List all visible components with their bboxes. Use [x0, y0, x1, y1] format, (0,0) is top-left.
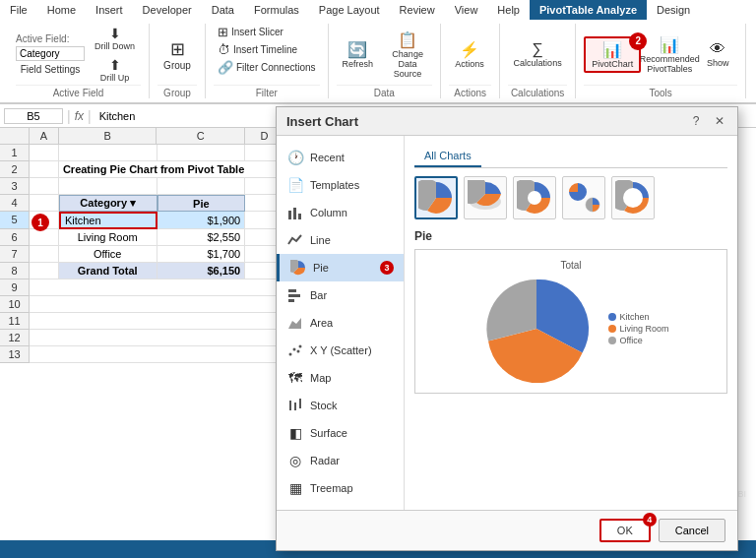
insert-slicer-button[interactable]: ⊞ Insert Slicer: [214, 24, 287, 40]
chart-type-templates[interactable]: 📄 Templates: [277, 171, 404, 199]
cell-b1[interactable]: [59, 145, 158, 161]
row-header-4[interactable]: 4: [0, 195, 30, 212]
tab-page-layout[interactable]: Page Layout: [309, 0, 390, 20]
active-field-input[interactable]: [16, 46, 85, 61]
ok-button[interactable]: OK 4: [599, 519, 651, 542]
cell-a2[interactable]: [30, 161, 59, 178]
chart-type-stock[interactable]: Stock: [277, 392, 404, 419]
tab-insert[interactable]: Insert: [86, 0, 133, 20]
chart-type-map[interactable]: 🗺 Map: [277, 364, 404, 392]
chart-type-area[interactable]: Area: [277, 309, 404, 337]
cell-11[interactable]: [30, 313, 284, 330]
cell-a6[interactable]: [30, 229, 59, 246]
field-settings-button[interactable]: Field Settings: [16, 63, 85, 76]
col-header-a[interactable]: A: [30, 128, 59, 145]
row-header-11[interactable]: 11: [0, 313, 30, 330]
cell-10[interactable]: [30, 296, 284, 313]
row-header-9[interactable]: 9: [0, 279, 30, 296]
pivotchart-button[interactable]: 📊 PivotChart 2: [584, 36, 641, 73]
change-data-source-button[interactable]: 📋 Change Data Source: [383, 29, 432, 81]
cell-c8-total[interactable]: $6,150: [158, 263, 246, 279]
chart-subtype-doughnut[interactable]: [513, 176, 556, 219]
tab-data[interactable]: Data: [202, 0, 244, 20]
row-header-8[interactable]: 8: [0, 263, 30, 279]
cell-c4-sumofsales[interactable]: Pie: [158, 195, 246, 212]
cancel-button[interactable]: Cancel: [659, 519, 725, 542]
chart-subtype-large-doughnut[interactable]: [611, 176, 655, 219]
pie-chart-svg: [472, 275, 600, 383]
row-header-3[interactable]: 3: [0, 178, 30, 195]
cell-b2-title[interactable]: Creating Pie Chart from Pivot Table: [59, 161, 284, 178]
row-header-13[interactable]: 13: [0, 346, 30, 363]
drill-up-button[interactable]: ⬆ Drill Up: [94, 55, 136, 85]
col-header-b[interactable]: B: [59, 128, 158, 145]
col-header-c[interactable]: C: [157, 128, 245, 145]
all-charts-tab[interactable]: All Charts: [414, 146, 727, 168]
cell-a8[interactable]: [30, 263, 59, 279]
cell-c3[interactable]: [158, 178, 246, 195]
row-header-12[interactable]: 12: [0, 330, 30, 346]
chart-type-recent[interactable]: 🕐 Recent: [277, 144, 404, 171]
svg-point-7: [289, 353, 292, 356]
row-header-2[interactable]: 2: [0, 161, 30, 178]
calculations-button[interactable]: ∑ Calculations: [508, 38, 567, 70]
dialog-help-button[interactable]: ?: [688, 113, 704, 129]
cell-12[interactable]: [30, 330, 284, 346]
filter-connections-button[interactable]: 🔗 Filter Connections: [214, 59, 320, 76]
drill-down-button[interactable]: ⬇ Drill Down: [89, 24, 141, 53]
cell-a7[interactable]: [30, 246, 59, 263]
tab-developer[interactable]: Developer: [133, 0, 202, 20]
tab-pivottable-analyze[interactable]: PivotTable Analyze: [530, 0, 647, 20]
cell-9[interactable]: [30, 279, 284, 296]
cell-b3[interactable]: [59, 178, 158, 195]
row-header-10[interactable]: 10: [0, 296, 30, 313]
cell-a4[interactable]: [30, 195, 59, 212]
chart-subtype-3d-pie[interactable]: [464, 176, 507, 219]
dialog-close-button[interactable]: ✕: [712, 113, 727, 129]
group-button[interactable]: ⊞ Group: [158, 36, 197, 73]
cell-reference-box[interactable]: [4, 108, 63, 124]
cell-c1[interactable]: [158, 145, 246, 161]
chart-type-treemap[interactable]: ▦ Treemap: [277, 474, 404, 502]
tab-file[interactable]: File: [0, 0, 37, 20]
row-header-5[interactable]: 5: [0, 212, 30, 229]
cell-a3[interactable]: [30, 178, 59, 195]
chart-subtype-pie[interactable]: [414, 176, 458, 219]
chart-type-xy-scatter[interactable]: X Y (Scatter): [277, 337, 404, 364]
chart-type-sunburst[interactable]: ☀ Sunburst: [277, 502, 404, 510]
actions-button[interactable]: ⚡ Actions: [449, 38, 490, 71]
row-header-6[interactable]: 6: [0, 229, 30, 246]
chart-type-surface[interactable]: ◧ Surface: [277, 419, 404, 447]
cell-b5-kitchen[interactable]: Kitchen: [59, 212, 158, 229]
tab-view[interactable]: View: [445, 0, 488, 20]
cell-b6-livingroom[interactable]: Living Room: [59, 229, 158, 246]
cell-c5-sales[interactable]: $1,900: [158, 212, 246, 229]
row-header-7[interactable]: 7: [0, 246, 30, 263]
tab-formulas[interactable]: Formulas: [244, 0, 309, 20]
refresh-button[interactable]: 🔄 Refresh: [337, 38, 380, 71]
chart-type-line[interactable]: Line: [277, 226, 404, 254]
chart-type-area-label: Area: [310, 317, 333, 329]
fx-label: fx: [75, 109, 84, 123]
tab-review[interactable]: Review: [390, 0, 445, 20]
chart-type-pie[interactable]: Pie 3: [277, 254, 404, 281]
table-row: 8 Grand Total $6,150: [0, 263, 284, 279]
cell-b4-category[interactable]: Category ▾: [59, 195, 158, 212]
cell-c7-sales[interactable]: $1,700: [158, 246, 246, 263]
tab-design[interactable]: Design: [647, 0, 700, 20]
show-button[interactable]: 👁 Show: [698, 38, 737, 70]
cell-13[interactable]: [30, 346, 284, 363]
tab-home[interactable]: Home: [37, 0, 86, 20]
chart-type-column[interactable]: Column: [277, 199, 404, 226]
row-header-1[interactable]: 1: [0, 145, 30, 161]
chart-type-radar[interactable]: ◎ Radar: [277, 447, 404, 474]
cell-b7-office[interactable]: Office: [59, 246, 158, 263]
chart-subtype-pie-of-pie[interactable]: [562, 176, 605, 219]
insert-timeline-button[interactable]: ⏱ Insert Timeline: [214, 41, 301, 58]
cell-a1[interactable]: [30, 145, 59, 161]
tab-help[interactable]: Help: [487, 0, 530, 20]
recommended-pivottables-button[interactable]: 📊 Recommended PivotTables: [645, 33, 694, 76]
cell-c6-sales[interactable]: $2,550: [158, 229, 246, 246]
chart-type-bar[interactable]: Bar: [277, 281, 404, 309]
cell-b8-grandtotal[interactable]: Grand Total: [59, 263, 158, 279]
